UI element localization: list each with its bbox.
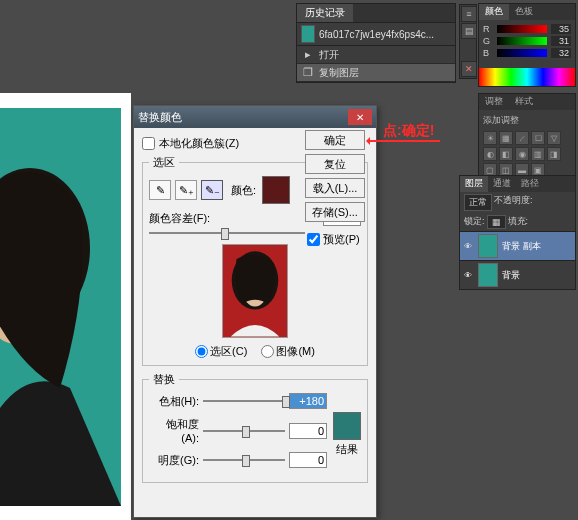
- hue-input[interactable]: [289, 393, 327, 409]
- photo-teal-bg: [0, 108, 121, 506]
- color-panel: 颜色 色板 R 35 G 31 B 32: [478, 3, 576, 87]
- localize-label: 本地化颜色簇(Z): [159, 136, 239, 151]
- eyedropper-icon[interactable]: ✎: [149, 180, 171, 200]
- collapse-icon[interactable]: ≡: [461, 6, 477, 22]
- selection-color-label: 颜色:: [231, 183, 256, 198]
- g-value[interactable]: 31: [551, 36, 571, 46]
- preview-thumbnail[interactable]: [222, 244, 288, 338]
- history-tabs: 历史记录: [297, 4, 455, 22]
- hue-icon[interactable]: ◐: [483, 147, 497, 161]
- swatches-tab[interactable]: 色板: [509, 4, 539, 20]
- radio-selection[interactable]: 选区(C): [195, 344, 247, 359]
- history-step[interactable]: ❐ 复制图层: [297, 64, 455, 82]
- layers-tab[interactable]: 图层: [460, 176, 488, 192]
- histogram-icon[interactable]: ▤: [461, 23, 477, 39]
- r-slider[interactable]: [497, 25, 547, 33]
- dialog-buttons: 确定 复位 载入(L)... 存储(S)... 预览(P): [305, 130, 365, 249]
- selection-legend: 选区: [149, 155, 179, 170]
- radio-image[interactable]: 图像(M): [261, 344, 315, 359]
- layer-name: 背景 副本: [502, 240, 541, 253]
- annotation-text: 点:确定!: [383, 122, 434, 140]
- fill-label: 填充:: [508, 215, 529, 229]
- fuzziness-label: 颜色容差(F):: [149, 211, 210, 226]
- r-label: R: [483, 24, 493, 34]
- opacity-label: 不透明度:: [494, 194, 533, 211]
- light-label: 明度(G):: [149, 453, 199, 468]
- vibrance-icon[interactable]: ▽: [547, 131, 561, 145]
- localize-checkbox[interactable]: [142, 137, 155, 150]
- sat-label: 饱和度(A):: [149, 417, 199, 444]
- history-file-thumb: [301, 25, 315, 43]
- invert-icon[interactable]: ◨: [547, 147, 561, 161]
- result-color-swatch[interactable]: [333, 412, 361, 440]
- exposure-icon[interactable]: ☐: [531, 131, 545, 145]
- dialog-titlebar[interactable]: 替换颜色 ✕: [134, 106, 376, 128]
- styles-tab[interactable]: 样式: [509, 94, 539, 110]
- load-button[interactable]: 载入(L)...: [305, 178, 365, 198]
- hue-strip[interactable]: [479, 68, 575, 86]
- history-step[interactable]: ▸ 打开: [297, 46, 455, 64]
- light-slider[interactable]: [203, 453, 285, 467]
- adjust-title: 添加调整: [483, 114, 571, 127]
- dialog-title: 替换颜色: [138, 110, 348, 125]
- paths-tab[interactable]: 路径: [516, 176, 544, 192]
- eyedropper-plus-icon[interactable]: ✎₊: [175, 180, 197, 200]
- blend-mode-select[interactable]: 正常: [464, 194, 492, 211]
- replacement-legend: 替换: [149, 372, 179, 387]
- layer-name: 背景: [502, 269, 520, 282]
- curves-icon[interactable]: ⟋: [515, 131, 529, 145]
- history-tab[interactable]: 历史记录: [297, 4, 353, 22]
- g-slider[interactable]: [497, 37, 547, 45]
- g-label: G: [483, 36, 493, 46]
- layer-thumb: [478, 263, 498, 287]
- duplicate-icon: ❐: [301, 66, 315, 80]
- adjustments-panel: 调整 样式 添加调整 ☀ ▦ ⟋ ☐ ▽ ◐ ◧ ◉ ▥ ◨ ▢ ◫ ▬ ▣: [478, 93, 576, 182]
- hue-slider[interactable]: [203, 394, 285, 408]
- canvas-document: [0, 93, 131, 520]
- light-input[interactable]: [289, 452, 327, 468]
- save-button[interactable]: 存储(S)...: [305, 202, 365, 222]
- r-value[interactable]: 35: [551, 24, 571, 34]
- history-file-name: 6fa017c7jw1ey4fx6ps4c...: [319, 29, 451, 40]
- photofilter-icon[interactable]: ◉: [515, 147, 529, 161]
- layers-panel: 图层 通道 路径 正常 不透明度: 锁定: ▦ 填充: 👁 背景 副本 👁 背景: [459, 175, 576, 290]
- reset-button[interactable]: 复位: [305, 154, 365, 174]
- bw-icon[interactable]: ◧: [499, 147, 513, 161]
- channelmix-icon[interactable]: ▥: [531, 147, 545, 161]
- sat-slider[interactable]: [203, 424, 285, 438]
- b-value[interactable]: 32: [551, 48, 571, 58]
- color-tab[interactable]: 颜色: [479, 4, 509, 20]
- open-icon: ▸: [301, 48, 315, 62]
- annotation-arrow: [368, 140, 440, 142]
- sat-input[interactable]: [289, 423, 327, 439]
- close-icon[interactable]: ✕: [461, 61, 477, 77]
- lock-trans-icon[interactable]: ▦: [487, 215, 506, 229]
- selection-preview: [149, 244, 361, 338]
- adjust-tab[interactable]: 调整: [479, 94, 509, 110]
- visibility-icon[interactable]: 👁: [462, 240, 474, 252]
- visibility-icon[interactable]: 👁: [462, 269, 474, 281]
- layer-row[interactable]: 👁 背景 副本: [460, 231, 575, 260]
- b-label: B: [483, 48, 493, 58]
- hue-label: 色相(H):: [149, 394, 199, 409]
- replacement-fieldset: 替换 色相(H): 饱和度(A): 明度(G):: [142, 372, 368, 483]
- eyedropper-minus-icon[interactable]: ✎₋: [201, 180, 223, 200]
- brightness-icon[interactable]: ☀: [483, 131, 497, 145]
- preview-checkbox[interactable]: [307, 233, 320, 246]
- preview-label: 预览(P): [323, 232, 360, 247]
- close-icon[interactable]: ✕: [348, 109, 372, 125]
- b-slider[interactable]: [497, 49, 547, 57]
- selection-color-swatch[interactable]: [262, 176, 290, 204]
- lock-label: 锁定:: [464, 215, 485, 229]
- levels-icon[interactable]: ▦: [499, 131, 513, 145]
- layer-thumb: [478, 234, 498, 258]
- vertical-toolbar: ≡ ▤ ✕: [459, 4, 477, 79]
- result-label: 结果: [336, 442, 358, 457]
- ok-button[interactable]: 确定: [305, 130, 365, 150]
- channels-tab[interactable]: 通道: [488, 176, 516, 192]
- history-file-row[interactable]: 6fa017c7jw1ey4fx6ps4c...: [297, 22, 455, 46]
- history-panel: 历史记录 6fa017c7jw1ey4fx6ps4c... ▸ 打开 ❐ 复制图…: [296, 3, 456, 83]
- layer-row[interactable]: 👁 背景: [460, 260, 575, 289]
